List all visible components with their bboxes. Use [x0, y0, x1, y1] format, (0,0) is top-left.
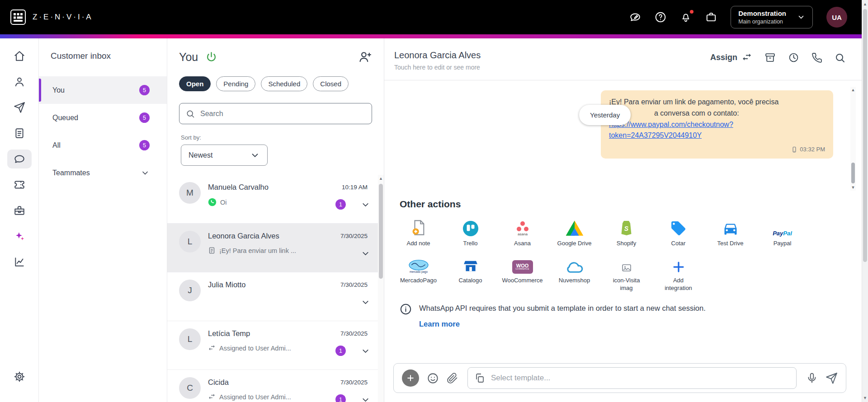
sidebar-item-queued[interactable]: Queued 5: [39, 104, 167, 131]
action-test-drive[interactable]: Test Drive: [704, 217, 756, 248]
date-separator-pill: Yesterday: [579, 105, 631, 125]
action-visita-broken[interactable]: icon-Visita imag: [600, 254, 652, 292]
sidebar-item-label: Teammates: [52, 169, 90, 177]
add-integration-plus-icon: [652, 254, 704, 275]
add-attachment-plus-button[interactable]: [402, 369, 419, 387]
storefront-icon: [444, 254, 496, 275]
app-rail: [0, 38, 39, 402]
payment-link[interactable]: https://www.paypal.com/checkoutnow?: [609, 119, 825, 131]
conversation-row[interactable]: L Letícia Temp Assigned to User Admi... …: [167, 321, 384, 370]
sidebar-item-all[interactable]: All 5: [39, 131, 167, 159]
scroll-thumb[interactable]: [851, 163, 855, 183]
chat-compose-icon[interactable]: [629, 11, 641, 23]
contact-name: Leonora Garcia Alves: [208, 232, 296, 240]
action-catalogo[interactable]: Catalogo: [444, 254, 496, 292]
toolbox-icon[interactable]: [7, 201, 32, 220]
scroll-up-arrow[interactable]: ▲: [850, 87, 856, 93]
reports-icon[interactable]: [7, 124, 32, 143]
action-cotar[interactable]: Cotar: [652, 217, 704, 248]
action-asana[interactable]: asana Asana: [496, 217, 548, 248]
avatar: J: [179, 280, 201, 301]
message-scrollbar[interactable]: ▲ ▼: [850, 87, 856, 191]
template-field[interactable]: [467, 367, 797, 389]
sort-dropdown[interactable]: Newest: [181, 145, 268, 166]
page-scrollbar[interactable]: ▲ ▼: [862, 0, 868, 402]
user-avatar[interactable]: UA: [826, 7, 847, 28]
chat-contact-name[interactable]: Leonora Garcia Alves: [394, 50, 481, 61]
learn-more-link[interactable]: Learn more: [419, 319, 460, 329]
workspace-briefcase-icon[interactable]: [705, 11, 717, 23]
search-input[interactable]: [200, 110, 365, 118]
filter-scheduled[interactable]: Scheduled: [261, 76, 307, 91]
cloud-icon: [548, 254, 600, 275]
scroll-thumb[interactable]: [379, 184, 383, 279]
chevron-down-icon[interactable]: [361, 395, 370, 402]
unread-badge: 1: [335, 394, 346, 402]
contacts-icon[interactable]: [7, 72, 32, 91]
chevron-down-icon[interactable]: [361, 249, 370, 258]
action-mercadopago[interactable]: mercado pago MercadoPago: [392, 254, 444, 292]
history-clock-icon[interactable]: [788, 52, 799, 63]
list-scrollbar[interactable]: ▲: [378, 175, 384, 402]
archive-icon[interactable]: [764, 52, 776, 63]
assign-agent-icon[interactable]: [359, 50, 372, 64]
send-icon[interactable]: [826, 372, 838, 384]
scroll-thumb[interactable]: [863, 9, 867, 262]
chat-contact-subtitle[interactable]: Touch here to edit or see more: [394, 64, 481, 71]
scroll-up-arrow[interactable]: ▲: [862, 0, 868, 8]
chevron-down-icon[interactable]: [361, 200, 370, 210]
sidebar-item-you[interactable]: You 5: [39, 76, 167, 104]
unread-badge: 1: [335, 199, 346, 210]
chevron-down-icon[interactable]: [361, 346, 370, 356]
ai-sparkles-icon[interactable]: [7, 227, 32, 246]
scroll-up-arrow[interactable]: ▲: [378, 175, 384, 182]
conversation-search[interactable]: [179, 103, 372, 124]
scroll-down-arrow[interactable]: ▼: [862, 394, 868, 402]
home-icon[interactable]: [7, 47, 32, 65]
action-trello[interactable]: Trello: [444, 217, 496, 248]
select-template-input[interactable]: [491, 374, 790, 383]
help-icon[interactable]: [655, 11, 666, 23]
swap-icon: [741, 52, 752, 63]
scroll-down-arrow[interactable]: ▼: [850, 184, 856, 191]
action-nuvemshop[interactable]: Nuvemshop: [548, 254, 600, 292]
microphone-icon[interactable]: [806, 372, 818, 384]
filter-open[interactable]: Open: [179, 76, 211, 91]
action-paypal[interactable]: PayPal Paypal: [756, 217, 808, 248]
count-badge: 5: [139, 112, 150, 123]
search-icon: [186, 109, 195, 118]
phone-icon[interactable]: [811, 52, 822, 63]
inbox-title: Customer inbox: [39, 51, 167, 61]
notifications-bell-icon[interactable]: [680, 11, 692, 23]
action-woocommerce[interactable]: WOOCOMMERCE WooCommerce: [496, 254, 548, 292]
sidebar-item-teammates[interactable]: Teammates: [39, 159, 167, 187]
broadcast-send-icon[interactable]: [7, 98, 32, 117]
conversation-row[interactable]: C Cicida Assigned to User Admi... 7/30/2…: [167, 370, 384, 402]
search-icon[interactable]: [835, 52, 845, 63]
analytics-icon[interactable]: [7, 252, 32, 271]
action-add-integration[interactable]: Add integration: [652, 254, 704, 292]
inbox-sidebar: Customer inbox You 5 Queued 5 All 5 Team…: [39, 38, 167, 402]
assign-button[interactable]: Assign: [710, 52, 752, 63]
paperclip-icon[interactable]: [447, 373, 458, 384]
template-copy-icon: [474, 373, 485, 383]
conversation-row[interactable]: M Manuela Carvalho Oi 10:19 AM 1: [167, 175, 384, 224]
action-add-note[interactable]: Add note: [392, 217, 444, 248]
filter-closed[interactable]: Closed: [313, 76, 349, 91]
settings-gear-icon[interactable]: [7, 367, 32, 386]
trello-icon: [444, 217, 496, 238]
emoji-icon[interactable]: [427, 372, 439, 384]
whatsapp-template-notice: WhatsApp API requires that you submit a …: [384, 292, 868, 329]
payment-link-token[interactable]: token=24A37295V2044910Y: [609, 130, 825, 141]
chats-icon[interactable]: [7, 150, 32, 168]
conversation-row-selected[interactable]: L Leonora Garcia Alves ¡Ey! Para enviar …: [167, 224, 384, 272]
organization-selector[interactable]: Demonstration Main organization: [731, 6, 813, 28]
chevron-down-icon[interactable]: [361, 298, 370, 307]
paypal-icon: PayPal: [756, 217, 808, 238]
availability-power-icon[interactable]: [205, 51, 217, 63]
action-google-drive[interactable]: Google Drive: [548, 217, 600, 248]
action-shopify[interactable]: S Shopify: [600, 217, 652, 248]
filter-pending[interactable]: Pending: [216, 76, 255, 91]
ticket-icon[interactable]: [7, 175, 32, 194]
conversation-row[interactable]: J Julia Miotto 7/30/2025: [167, 272, 384, 321]
